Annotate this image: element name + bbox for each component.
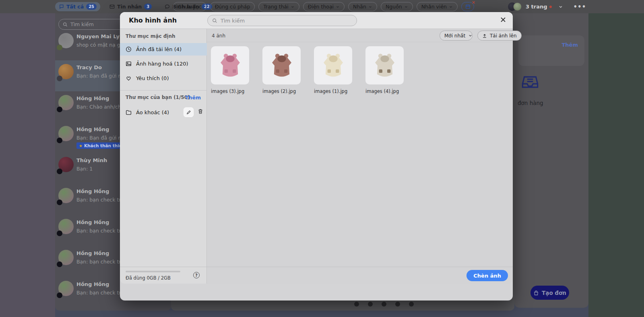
- left-nav-strip: [0, 13, 55, 317]
- chevron-down-icon: [336, 5, 340, 9]
- upload-button[interactable]: Tải ảnh lên: [477, 31, 522, 41]
- modal-title: Kho hình ảnh: [129, 16, 177, 24]
- notification-dot: [549, 6, 552, 8]
- page-avatars: [508, 2, 522, 11]
- sort-label: Mới nhất: [444, 33, 465, 39]
- filter-chip-label: Điện thoại: [308, 4, 334, 10]
- sidebar-item-product-images[interactable]: Ảnh hàng hoá (120): [120, 58, 207, 70]
- chevron-down-icon: [404, 5, 408, 9]
- conversation-name: Hồng Hồng: [76, 281, 109, 287]
- sidebar-item-uploaded[interactable]: Ảnh đã tải lên (4): [120, 43, 207, 56]
- create-order-label: Tạo đơn: [542, 290, 566, 296]
- filter-chip[interactable]: Nhân viên: [417, 2, 458, 11]
- insert-image-button[interactable]: Chèn ảnh: [466, 270, 508, 281]
- filter-chip-label: Chưa đọc: [178, 4, 202, 10]
- image-thumbnail[interactable]: [365, 46, 404, 84]
- tab-messages[interactable]: Tin nhắn 3: [106, 2, 155, 11]
- date-filter-button[interactable]: ✕: [461, 2, 474, 11]
- default-folders-header: Thư mục mặc định: [126, 33, 175, 39]
- clear-date-icon[interactable]: ✕: [472, 0, 475, 5]
- jacket-image: [319, 51, 348, 80]
- filter-chip[interactable]: Nguồn: [381, 2, 413, 11]
- channel-badge-icon: [57, 292, 62, 298]
- composer-toolbar-icons: [354, 302, 414, 307]
- channel-badge-icon: [57, 231, 62, 236]
- your-folders-header: Thư mục của bạn (1/50): [126, 95, 190, 100]
- sidebar-item-label: Ảnh đã tải lên (4): [136, 46, 182, 52]
- search-placeholder: Tìm kiếm: [221, 18, 245, 24]
- filter-chip[interactable]: Chưa đọc: [173, 2, 206, 11]
- pages-switcher[interactable]: 3 trang: [526, 4, 552, 10]
- image-count-label: 4 ảnh: [212, 33, 225, 39]
- customer-more-link[interactable]: Thêm: [562, 42, 578, 48]
- image-filename: images (1).jpg: [314, 89, 347, 94]
- add-folder-link[interactable]: Thêm: [185, 95, 201, 101]
- chevron-down-icon[interactable]: [558, 4, 563, 9]
- search-icon: [63, 22, 68, 27]
- channel-badge-icon: [57, 107, 62, 112]
- jacket-image: [216, 51, 245, 80]
- conversation-name: Thùy Minh: [76, 157, 107, 163]
- search-icon: [212, 18, 217, 23]
- tab-all-label: Tất cả: [66, 4, 84, 10]
- conversation-name: Nguyen Mai Ly: [76, 33, 120, 39]
- image-search-input[interactable]: Tìm kiếm: [207, 15, 357, 26]
- content-toolbar: 4 ảnh Mới nhất Tải ảnh lên: [207, 29, 513, 42]
- filter-chip[interactable]: Điện thoại: [303, 2, 345, 11]
- right-background-column: [588, 13, 644, 317]
- star-icon: ★: [79, 144, 83, 148]
- filter-chip-label: Nhân viên: [421, 4, 447, 10]
- close-icon[interactable]: [500, 16, 506, 23]
- conversation-name: Hồng Hồng: [76, 219, 109, 225]
- avatar: [513, 2, 522, 11]
- envelope-icon: [109, 4, 115, 9]
- folder-item-ao-khoac[interactable]: Áo khoác (4): [120, 106, 207, 119]
- image-thumbnail[interactable]: [262, 46, 301, 84]
- sort-dropdown[interactable]: Mới nhất: [440, 31, 473, 41]
- edit-folder-button[interactable]: [184, 107, 194, 117]
- comment-icon: [165, 4, 170, 9]
- image-filename: images (3).jpg: [211, 89, 244, 94]
- help-icon[interactable]: ?: [193, 272, 200, 278]
- empty-orders-icon: [521, 73, 539, 91]
- tab-all[interactable]: Tất cả 25: [55, 2, 100, 11]
- tab-messages-label: Tin nhắn: [117, 4, 142, 10]
- channel-badge-icon: [57, 138, 62, 143]
- folder-icon: [126, 109, 132, 115]
- create-order-button[interactable]: Tạo đơn: [530, 286, 569, 300]
- image-thumbnail[interactable]: [211, 46, 249, 84]
- modal-footer: Chèn ảnh: [207, 267, 513, 284]
- conversation-name: Hồng Hồng: [76, 250, 109, 256]
- sidebar-item-favorites[interactable]: Yêu thích (0): [120, 72, 207, 84]
- sidebar-item-label: Ảnh hàng hoá (120): [136, 61, 188, 67]
- upload-label: Tải ảnh lên: [490, 33, 517, 39]
- tab-messages-count: 3: [144, 4, 152, 10]
- filter-chip-label: Đúng cú pháp: [215, 4, 250, 10]
- chevron-down-icon: [368, 5, 372, 9]
- more-menu-button[interactable]: •••: [574, 3, 586, 10]
- filter-chips: Chưa đọc Đúng cú pháp Trạng thái Điện th…: [173, 2, 474, 11]
- delete-folder-button[interactable]: [198, 109, 203, 114]
- top-bar: Tất cả 25 Tin nhắn 3 Bình luận 22 C: [0, 0, 644, 13]
- account-area: 3 trang •••: [508, 2, 586, 12]
- channel-badge-icon: [57, 45, 62, 50]
- image-thumbnail[interactable]: [314, 46, 352, 84]
- chevron-down-icon: [291, 5, 295, 9]
- conversation-name: Tracy Do: [76, 64, 102, 70]
- customer-card: Thêm: [518, 35, 584, 66]
- filter-chip[interactable]: Trạng thái: [258, 2, 299, 11]
- shopping-bag-icon: [533, 290, 539, 296]
- conversation-name: Hồng Hồng: [76, 188, 109, 194]
- order-panel: Thêm đơn hàng Tạo đơn: [514, 13, 588, 308]
- modal-sidebar: Thư mục mặc định Ảnh đã tải lên (4) Ảnh …: [120, 29, 207, 284]
- channel-badge-icon: [57, 76, 62, 81]
- storage-usage-label: Đã dùng 0GB / 2GB: [126, 275, 171, 281]
- filter-chip[interactable]: Nhãn: [348, 2, 377, 11]
- filter-chip[interactable]: Đúng cú pháp: [210, 2, 255, 11]
- modal-content: 4 ảnh Mới nhất Tải ảnh lên: [207, 29, 513, 284]
- modal-header: Kho hình ảnh Tìm kiếm: [120, 12, 513, 29]
- empty-orders-label: đơn hàng: [518, 100, 543, 106]
- chat-bubble-icon: [59, 4, 64, 9]
- image-library-modal: Kho hình ảnh Tìm kiếm Thư mục mặc định Ả…: [120, 12, 513, 301]
- storage-footer: Đã dùng 0GB / 2GB ?: [120, 267, 207, 284]
